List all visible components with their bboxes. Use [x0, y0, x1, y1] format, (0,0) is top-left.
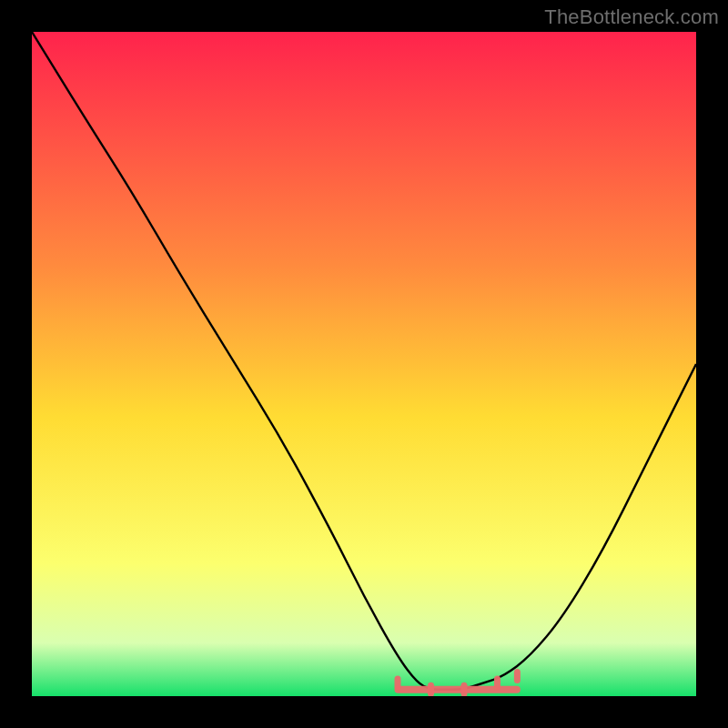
tick-connector: [395, 686, 521, 693]
tick-mark: [494, 675, 500, 690]
tick-mark: [428, 682, 434, 696]
plot-area: [32, 32, 696, 696]
tick-mark: [395, 675, 401, 690]
chart-svg: [32, 32, 696, 696]
tick-mark: [514, 669, 521, 683]
watermark-text: TheBottleneck.com: [544, 5, 719, 29]
tick-mark: [461, 682, 468, 696]
chart-stage: TheBottleneck.com: [0, 0, 728, 728]
